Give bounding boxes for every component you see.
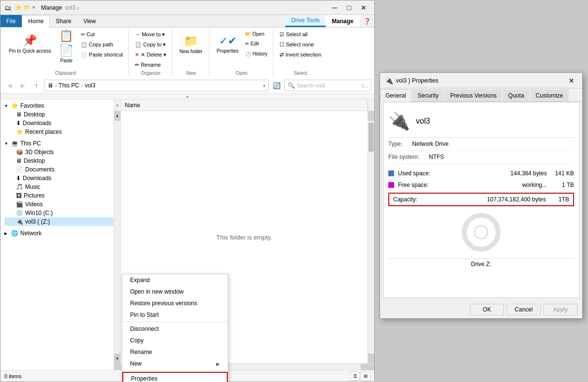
ribbon-tabs: File Home Share View Drive Tools Manage … [0,15,374,28]
select-all-button[interactable]: ☑ Select all [277,29,323,39]
title-controls: ─ □ ✕ [328,3,370,13]
move-to-button[interactable]: → Move to ▾ [132,29,169,39]
tab-home[interactable]: Home [22,15,50,28]
address-path[interactable]: 🖥 › This PC › vol3 ▾ [44,80,269,91]
select-buttons: ☑ Select all ☐ Select none ⇄ Invert sele… [277,29,323,59]
select-none-button[interactable]: ☐ Select none [277,40,323,49]
ctx-restore-versions[interactable]: Restore previous versions [122,297,228,309]
ctx-rename[interactable]: Rename [122,346,228,358]
forward-button[interactable]: ▶ [17,80,29,91]
copy-to-button[interactable]: 📋 Copy to ▾ [132,40,169,49]
close-button[interactable]: ✕ [357,3,370,13]
tab-view[interactable]: View [77,15,102,27]
search-box[interactable]: 🔍 Search vol3 (... [284,80,371,91]
scroll-up-icon: ▲ [116,114,119,117]
tab-general[interactable]: General [380,89,412,102]
tab-previous-versions[interactable]: Previous Versions [445,89,502,101]
nav-documents[interactable]: 📄 Documents [4,165,114,174]
nav-recent[interactable]: ⭐ Recent places [4,127,114,136]
title-bar-tabs: Manage vol3 › [37,4,326,11]
cancel-button[interactable]: Cancel [507,304,541,315]
tab-security[interactable]: Security [412,89,444,101]
favorites-star-icon: ⭐ [11,102,18,109]
vscroll-down[interactable] [368,354,374,363]
recent-icon: ⭐ [16,128,23,135]
select-label: Select [294,71,307,76]
nav-music[interactable]: 🎵 Music [4,183,114,191]
tab-manage-active[interactable]: Manage [326,15,360,27]
thispc-section: 📦 3D Objects 🖥 Desktop 📄 Documents ⬇ Dow… [0,148,114,226]
collapse-icon: ▲ [186,94,190,99]
ctx-expand[interactable]: Expand [122,274,228,286]
nav-network[interactable]: ▶ 🌐 Network [0,229,114,238]
nav-pc-desktop[interactable]: 🖥 Desktop [4,156,114,165]
ok-button[interactable]: OK [470,304,504,315]
rename-button[interactable]: ✏ Rename [132,60,169,70]
path-dropdown-icon[interactable]: ▾ [263,83,265,88]
ctx-disconnect[interactable]: Disconnect [122,323,228,335]
ctx-pin-start[interactable]: Pin to Start [122,309,228,321]
tab-quota[interactable]: Quota [503,89,529,101]
right-scrollbar[interactable] [368,111,374,363]
items-count: 0 items [4,373,21,379]
large-icons-view-button[interactable]: ⊞ [361,372,370,381]
nav-desktop[interactable]: 🖥 Desktop [4,110,114,119]
hscroll-right[interactable] [361,364,368,370]
nav-videos[interactable]: 🎬 Videos [4,200,114,209]
right-scroll-header [368,99,374,111]
paste-shortcut-button[interactable]: 📄 Paste shortcut [78,50,125,59]
nav-win10-c[interactable]: 💿 Win10 (C:) [4,209,114,217]
pin-to-quick-access-button[interactable]: Pin to Quick access [5,29,55,58]
tab-file[interactable]: File [0,15,22,27]
ctx-new[interactable]: New ▶ [122,358,228,369]
nav-vol3[interactable]: 🔌 vol3 ( (Z:) [4,217,114,226]
delete-button[interactable]: ✕ ✕ Delete ▾ [132,50,169,59]
paste-button[interactable]: Paste [56,48,77,58]
nav-pictures[interactable]: 🖼 Pictures [4,191,114,200]
prop-drive-name: vol3 [416,117,430,126]
ctx-properties[interactable]: Properties [122,372,228,382]
cut-button[interactable]: ✂ Cut [78,29,125,39]
scroll-up-arrow[interactable]: ▲ [114,99,121,111]
tab-share[interactable]: Share [50,15,77,27]
edit-button[interactable]: ✏ Edit [243,39,270,48]
scroll-down-btn[interactable]: ▼ [114,354,120,363]
history-button[interactable]: 🕐 History [243,49,270,58]
nav-3dobjects[interactable]: 📦 3D Objects [4,148,114,156]
select-none-icon: ☐ [279,42,284,48]
new-folder-button[interactable]: New folder [176,29,206,58]
nav-favorites[interactable]: ▼ ⭐ Favorites [0,101,114,110]
refresh-button[interactable]: 🔄 [271,80,282,91]
select-all-icon: ☑ [279,31,284,38]
dialog-close-button[interactable]: ✕ [566,76,577,85]
invert-selection-button[interactable]: ⇄ Invert selection [277,50,323,59]
vscroll-up[interactable] [368,111,374,121]
details-view-button[interactable]: ☰ [350,372,360,381]
ctx-open-new-window[interactable]: Open in new window [122,286,228,297]
tab-customize[interactable]: Customize [530,89,569,101]
up-button[interactable]: ↑ [30,80,42,91]
left-scrollbar[interactable]: ▲ ▼ [114,111,121,363]
invert-icon: ⇄ [279,52,284,58]
minimize-button[interactable]: ─ [328,3,341,13]
ctx-copy[interactable]: Copy [122,335,228,346]
ribbon-collapse[interactable]: ▲ [0,94,374,99]
scroll-up-btn[interactable]: ▲ [114,111,120,121]
properties-button[interactable]: ✔ Properties [213,29,242,58]
maximize-button[interactable]: □ [342,3,356,13]
name-column-header[interactable]: Name [121,102,368,109]
back-button[interactable]: ◀ [3,80,15,91]
copy-path-button[interactable]: 📋 Copy path [78,40,125,49]
win10-icon: 💿 [16,210,23,216]
nav-pc-downloads[interactable]: ⬇ Downloads [4,174,114,183]
help-button[interactable]: ❓ [360,15,374,27]
search-placeholder: Search vol3 [297,83,325,88]
empty-folder-text: This folder is empty. [216,234,272,241]
open-button[interactable]: 📂 Open [243,29,270,39]
apply-button[interactable]: Apply [544,304,577,315]
nav-downloads[interactable]: ⬇ Downloads [4,119,114,127]
open-small-buttons: 📂 Open ✏ Edit 🕐 History [243,29,270,58]
hscroll-left[interactable] [114,364,121,370]
nav-this-pc[interactable]: ▼ 💻 This PC [0,139,114,148]
tab-drive-tools[interactable]: Drive Tools [285,15,326,27]
